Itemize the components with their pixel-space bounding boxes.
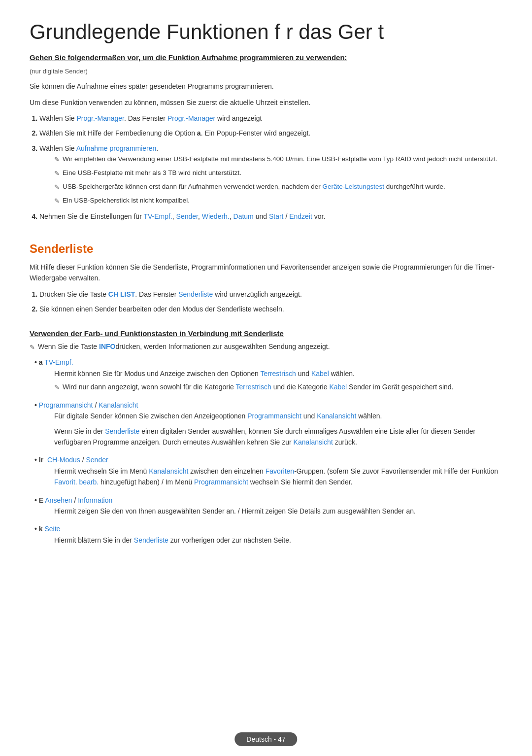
key-e: E: [39, 496, 43, 504]
link-progr-manager-1[interactable]: Progr.-Manager: [76, 114, 124, 122]
steps-list: Wählen Sie Progr.-Manager. Das Fenster P…: [39, 113, 502, 206]
key-a-label: a: [39, 358, 43, 366]
link-senderliste-3[interactable]: Senderliste: [134, 536, 168, 544]
link-kanalansicht-3[interactable]: Kanalansicht: [294, 438, 333, 446]
key-k: k: [39, 525, 43, 533]
bullet-lr: lr CH-Modus / Sender Hiermit wechseln Si…: [34, 454, 502, 487]
link-geraete[interactable]: Geräte-Leistungstest: [323, 183, 384, 190]
step-3: Wählen Sie Aufnahme programmieren. Wir e…: [39, 143, 502, 206]
link-seite[interactable]: Seite: [44, 525, 60, 533]
link-wiederh[interactable]: Wiederh.: [202, 212, 230, 220]
info-note: Wenn Sie die Taste INFOdrücken, werden I…: [30, 343, 502, 351]
section1-para2: Um diese Funktion verwenden zu können, m…: [30, 97, 502, 108]
senderliste-step-2: Sie können einen Sender bearbeiten oder …: [39, 304, 502, 314]
bullet-a: a TV-Empf. Hiermit können Sie für Modus …: [34, 357, 502, 393]
link-progr-manager-2[interactable]: Progr.-Manager: [167, 114, 215, 122]
link-sender[interactable]: Sender: [176, 212, 198, 220]
section1-para1: Sie können die Aufnahme eines später ges…: [30, 81, 502, 92]
key-a: a: [197, 129, 201, 137]
link-terrestrisch[interactable]: Terrestrisch: [260, 370, 296, 378]
link-terrestrisch-2[interactable]: Terrestrisch: [236, 383, 271, 391]
link-endzeit[interactable]: Endzeit: [289, 212, 312, 220]
link-kabel-2[interactable]: Kabel: [329, 383, 347, 391]
senderliste-step-1: Drücken Sie die Taste CH LIST. Das Fenst…: [39, 289, 502, 300]
senderliste-para1: Mit Hilfe dieser Funktion können Sie die…: [30, 262, 502, 284]
step-1: Wählen Sie Progr.-Manager. Das Fenster P…: [39, 113, 502, 124]
link-favorit-bearb[interactable]: Favorit. bearb.: [54, 478, 99, 486]
bullet-b-desc: Für digitale Sender können Sie zwischen …: [54, 411, 502, 421]
note-1: Wir empfehlen die Verwendung einer USB-F…: [54, 154, 502, 165]
step-4: Nehmen Sie die Einstellungen für TV-Empf…: [39, 211, 502, 222]
bullet-b: Programmansicht / Kanalansicht Für digit…: [34, 400, 502, 448]
main-title: Grundlegende Funktionen f r das Ger t: [30, 20, 502, 44]
section1-heading: Gehen Sie folgendermaßen vor, um die Fun…: [30, 53, 502, 62]
notes-block: Wir empfehlen die Verwendung einer USB-F…: [54, 154, 502, 206]
link-sender-bullet[interactable]: Sender: [86, 456, 108, 464]
link-information[interactable]: Information: [78, 496, 112, 504]
link-kanalansicht-4[interactable]: Kanalansicht: [149, 467, 188, 475]
key-chlist: CH LIST: [108, 290, 135, 298]
link-progansicht[interactable]: Programmansicht: [247, 412, 301, 420]
bullet-k-desc: Hiermit blättern Sie in der Senderliste …: [54, 535, 502, 546]
step4-list: Nehmen Sie die Einstellungen für TV-Empf…: [39, 211, 502, 222]
link-tvempf-bullet[interactable]: TV-Empf.: [44, 358, 73, 366]
note-a-sub: Wird nur dann angezeigt, wenn sowohl für…: [54, 381, 502, 393]
link-kabel[interactable]: Kabel: [311, 370, 329, 378]
bullet-a-desc: Hiermit können Sie für Modus und Anzeige…: [54, 368, 502, 393]
key-lr: lr: [39, 456, 43, 464]
link-tvempf[interactable]: TV-Empf.: [143, 212, 172, 220]
farbtasten-heading: Verwenden der Farb- und Funktionstasten …: [30, 329, 502, 338]
note-3: USB-Speichergeräte können erst dann für …: [54, 181, 502, 193]
link-progansicht-2[interactable]: Programmansicht: [194, 478, 248, 486]
senderliste-steps: Drücken Sie die Taste CH LIST. Das Fenst…: [39, 289, 502, 315]
link-kanalansicht-2[interactable]: Kanalansicht: [317, 412, 356, 420]
note-2: Eine USB-Festplatte mit mehr als 3 TB wi…: [54, 168, 502, 179]
link-ansehen[interactable]: Ansehen: [45, 496, 72, 504]
link-senderliste-2[interactable]: Senderliste: [105, 427, 139, 435]
bullet-e: E Ansehen / Information Hiermit zeigen S…: [34, 495, 502, 517]
bullet-lr-desc: Hiermit wechseln Sie im Menü Kanalansich…: [54, 466, 502, 488]
farbtasten-bullets: a TV-Empf. Hiermit können Sie für Modus …: [34, 357, 502, 546]
link-favoriten[interactable]: Favoriten: [266, 467, 294, 475]
link-chmodus[interactable]: CH-Modus: [47, 456, 80, 464]
link-kanalansicht[interactable]: Kanalansicht: [99, 401, 138, 409]
note-4: Ein USB-Speicherstick ist nicht kompatib…: [54, 195, 502, 206]
bullet-e-desc: Hiermit zeigen Sie den von Ihnen ausgewä…: [54, 506, 502, 516]
bullet-k: k Seite Hiermit blättern Sie in der Send…: [34, 523, 502, 546]
link-programmansicht[interactable]: Programmansicht: [39, 401, 93, 409]
link-datum[interactable]: Datum: [233, 212, 254, 220]
link-senderliste-1[interactable]: Senderliste: [178, 290, 213, 298]
page-footer: Deutsch - 47: [234, 732, 297, 746]
senderliste-title: Senderliste: [30, 242, 502, 256]
link-start[interactable]: Start: [269, 212, 284, 220]
note-small: (nur digitale Sender): [30, 67, 502, 77]
bullet-b-note: Wenn Sie in der Senderliste einen digita…: [54, 426, 502, 448]
page-content: Grundlegende Funktionen f r das Ger t Ge…: [0, 0, 532, 592]
link-aufnahme[interactable]: Aufnahme programmieren: [76, 144, 157, 152]
key-info: INFO: [99, 343, 115, 350]
step-2: Wählen Sie mit Hilfe der Fernbedienung d…: [39, 128, 502, 138]
